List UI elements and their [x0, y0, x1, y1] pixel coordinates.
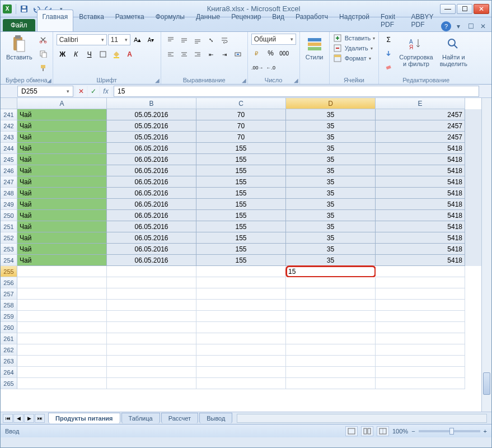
cut-button[interactable]	[37, 34, 49, 46]
tab-ABBYY PDF[interactable]: ABBYY PDF	[406, 10, 441, 31]
cell[interactable]: 5418	[376, 255, 465, 266]
row-header[interactable]: 245	[1, 154, 17, 165]
view-page-break[interactable]	[377, 426, 389, 436]
cell[interactable]: 06.05.2016	[107, 221, 196, 232]
qat-save[interactable]	[18, 3, 30, 15]
cell[interactable]: 155	[196, 154, 286, 165]
cell[interactable]	[286, 367, 376, 378]
comma-button[interactable]: 000	[278, 47, 290, 59]
cell[interactable]: Чай	[17, 210, 107, 221]
cell[interactable]	[17, 300, 107, 311]
cell[interactable]	[17, 367, 107, 378]
tab-nav-last[interactable]: ⏭	[35, 414, 45, 423]
cell[interactable]: Чай	[17, 232, 107, 244]
tab-Вид[interactable]: Вид	[266, 10, 290, 31]
fill-color-button[interactable]	[110, 48, 123, 60]
autosum-button[interactable]: Σ	[382, 34, 395, 46]
italic-button[interactable]: К	[70, 48, 82, 60]
align-middle[interactable]	[178, 34, 190, 46]
increase-decimal[interactable]: .00→	[251, 62, 264, 74]
cell[interactable]	[196, 344, 286, 356]
currency-button[interactable]: ₽	[251, 47, 264, 59]
row-header[interactable]: 261	[1, 333, 17, 344]
cell[interactable]: 70	[196, 109, 286, 120]
doc-restore[interactable]: ☐	[466, 21, 476, 31]
align-right[interactable]	[191, 48, 204, 60]
cell[interactable]: 06.05.2016	[107, 210, 196, 221]
cell[interactable]: 06.05.2016	[107, 199, 196, 210]
cell[interactable]: 06.05.2016	[107, 188, 196, 199]
cell[interactable]: 5418	[376, 210, 465, 221]
cell[interactable]	[286, 356, 376, 367]
row-header[interactable]: 251	[1, 221, 17, 232]
row-header[interactable]: 254	[1, 255, 17, 266]
cell[interactable]	[17, 378, 107, 389]
underline-button[interactable]: Ч	[83, 48, 96, 60]
row-header[interactable]: 243	[1, 132, 17, 143]
cell[interactable]: 5418	[376, 232, 465, 244]
cell[interactable]: Чай	[17, 132, 107, 143]
cell[interactable]	[376, 266, 465, 277]
cell[interactable]	[107, 277, 196, 288]
tab-Данные[interactable]: Данные	[190, 10, 226, 31]
cell[interactable]: 06.05.2016	[107, 143, 196, 154]
row-header[interactable]: 244	[1, 143, 17, 154]
cell[interactable]: Чай	[17, 199, 107, 210]
cell[interactable]: Чай	[17, 120, 107, 132]
align-left[interactable]	[165, 48, 177, 60]
cell[interactable]: 35	[286, 188, 376, 199]
increase-font-button[interactable]: A▴	[132, 34, 144, 46]
tab-nav-first[interactable]: ⏮	[3, 414, 13, 423]
cell[interactable]	[107, 344, 196, 356]
row-header[interactable]: 252	[1, 232, 17, 244]
clear-button[interactable]	[382, 60, 395, 73]
tab-Вставка[interactable]: Вставка	[73, 10, 110, 31]
active-cell[interactable]: 15	[286, 266, 376, 277]
cell[interactable]	[376, 367, 465, 378]
decrease-font-button[interactable]: A▾	[145, 34, 157, 46]
cell[interactable]: 06.05.2016	[107, 165, 196, 176]
row-header[interactable]: 263	[1, 356, 17, 367]
sheet-tab[interactable]: Вывод	[199, 413, 232, 423]
tab-nav-prev[interactable]: ◀	[13, 414, 24, 423]
cell[interactable]	[376, 288, 465, 300]
cell[interactable]: 35	[286, 143, 376, 154]
cell[interactable]	[196, 288, 286, 300]
cell[interactable]: 35	[286, 154, 376, 165]
horizontal-scrollbar[interactable]	[237, 414, 487, 423]
cell[interactable]	[196, 266, 286, 277]
cell[interactable]: Чай	[17, 176, 107, 188]
cell[interactable]: 35	[286, 244, 376, 255]
view-page-layout[interactable]	[361, 426, 373, 436]
cell[interactable]: 5418	[376, 221, 465, 232]
cell[interactable]	[376, 344, 465, 356]
minimize-button[interactable]: —	[440, 4, 456, 14]
orientation-button[interactable]: ⤡	[205, 34, 217, 46]
cell[interactable]: 155	[196, 188, 286, 199]
cell[interactable]: 155	[196, 210, 286, 221]
cell[interactable]: 5418	[376, 154, 465, 165]
cell[interactable]: 5418	[376, 188, 465, 199]
cell[interactable]: 05.05.2016	[107, 120, 196, 132]
cell[interactable]	[286, 344, 376, 356]
confirm-edit-button[interactable]: ✓	[88, 86, 99, 96]
cell[interactable]: 2457	[376, 120, 465, 132]
row-header[interactable]: 256	[1, 277, 17, 288]
align-center[interactable]	[178, 48, 190, 60]
cell[interactable]	[196, 277, 286, 288]
cell[interactable]: Чай	[17, 255, 107, 266]
sheet-tab[interactable]: Рассчет	[161, 413, 199, 423]
column-header-E[interactable]: E	[376, 98, 465, 109]
cell[interactable]: 35	[286, 120, 376, 132]
format-painter-button[interactable]	[37, 62, 49, 74]
paste-button[interactable]: Вставить	[4, 34, 35, 62]
cell[interactable]: 70	[196, 120, 286, 132]
cell[interactable]	[107, 333, 196, 344]
tab-Разработч[interactable]: Разработч	[290, 10, 334, 31]
cell[interactable]: 05.05.2016	[107, 132, 196, 143]
tab-nav-next[interactable]: ▶	[24, 414, 34, 423]
cell[interactable]	[17, 288, 107, 300]
cell[interactable]: Чай	[17, 165, 107, 176]
cell[interactable]: 5418	[376, 165, 465, 176]
border-button[interactable]	[97, 48, 109, 60]
